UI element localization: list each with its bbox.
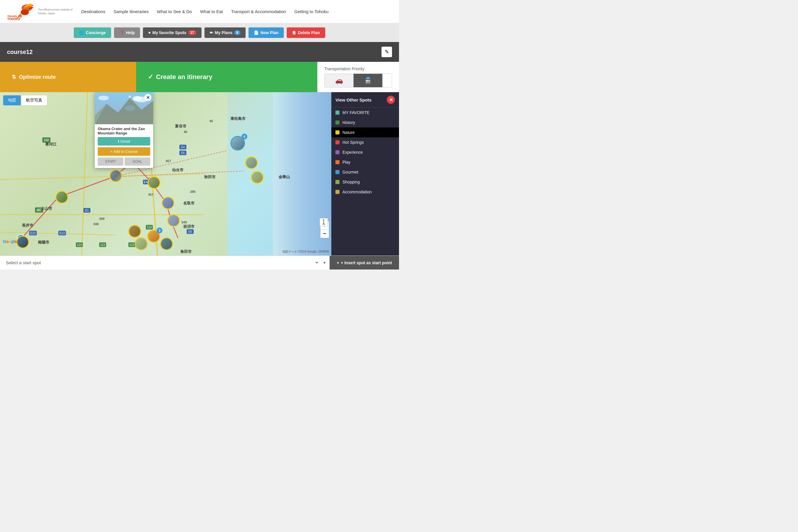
marker-5[interactable]: [160, 238, 173, 250]
favorites-button[interactable]: ♥ My favorite Spots 17: [143, 27, 201, 38]
sort-icon: ⇅: [12, 74, 16, 80]
marker-6[interactable]: [128, 225, 141, 238]
svg-point-60: [133, 96, 141, 101]
spots-panel-title-text: View Other Spots: [336, 97, 372, 102]
category-label: Accommodation: [342, 190, 372, 194]
street-view-button[interactable]: 🚶: [320, 218, 328, 226]
edit-icon: ✎: [385, 49, 389, 55]
map-type-aerial-button[interactable]: 航空写真: [21, 95, 47, 106]
nav-getting[interactable]: Getting to Tohoku: [294, 9, 328, 14]
map-copyright: 地図データ ©2019 Google, ZENRIN: [282, 250, 329, 254]
spot-popup: ✕: [95, 92, 153, 168]
category-dot: [336, 111, 340, 115]
category-dot: [336, 120, 340, 125]
file-icon: 📄: [254, 30, 259, 35]
help-button[interactable]: ❓ Help: [114, 27, 140, 38]
plans-badge: 8: [234, 30, 240, 35]
category-play[interactable]: Play: [331, 157, 399, 167]
marker-sendai-2[interactable]: [167, 214, 180, 227]
marker-cluster-6[interactable]: 6: [230, 136, 245, 151]
category-label: Nature: [342, 130, 355, 135]
optimize-route-button[interactable]: ⇅ Optimize route: [0, 62, 136, 92]
popup-scroll[interactable]: Okama Crater and the Zao Mountain Range …: [95, 124, 153, 168]
marker-coast-2[interactable]: [251, 171, 264, 184]
nav-sample-itineraries[interactable]: Sample Itineraries: [113, 9, 149, 14]
popup-add-button[interactable]: + Add to Course: [98, 147, 150, 156]
nav-eat[interactable]: What to Eat: [200, 9, 223, 14]
category-shopping[interactable]: Shopping: [331, 177, 399, 187]
cluster-badge: 3: [157, 228, 163, 233]
category-dot: [336, 160, 340, 164]
nav-links: Destinations Sample Itineraries What to …: [81, 9, 328, 14]
select-arrow-icon: ▼: [319, 261, 329, 265]
svg-point-57: [125, 105, 135, 111]
category-dot: [336, 130, 340, 134]
nav-transport[interactable]: Transport & Accommodation: [231, 9, 286, 14]
concierge-icon: 🌐: [79, 30, 84, 35]
popup-start-button[interactable]: START: [98, 157, 124, 166]
nav-destinations[interactable]: Destinations: [81, 9, 105, 14]
course-header: course12 ✎: [0, 42, 399, 62]
bottom-bar: Select a start spot ▼ + + Insert spot as…: [0, 255, 399, 269]
map-type-map-button[interactable]: 地図: [3, 95, 21, 106]
concierge-button[interactable]: 🌐 Concierge: [74, 27, 111, 38]
popup-goal-button[interactable]: GOAL: [125, 157, 150, 166]
plus-icon: +: [337, 261, 339, 265]
nav-see-do[interactable]: What to See & Do: [157, 9, 192, 14]
check-icon: ✓: [148, 73, 153, 81]
spots-panel: View Other Spots ✕ MY FAVORITE History N…: [331, 92, 399, 255]
category-nature[interactable]: Nature: [331, 128, 399, 137]
popup-close-button[interactable]: ✕: [145, 94, 151, 101]
trash-icon: 🗑: [292, 30, 296, 35]
category-label: History: [342, 120, 355, 125]
category-label: Play: [342, 160, 350, 165]
edit-course-button[interactable]: ✎: [381, 47, 392, 57]
marker-7[interactable]: [135, 238, 148, 250]
map-type-toggle: 地図 航空写真: [3, 95, 47, 106]
transport-car-button[interactable]: 🚗: [325, 74, 354, 87]
transport-label: Transportation Priority: [324, 66, 392, 71]
action-bar: ⇅ Optimize route ✓ Create an itinerary T…: [0, 62, 399, 92]
marker-sendai-1[interactable]: [162, 196, 174, 209]
marker-coast-1[interactable]: [245, 156, 258, 169]
insert-spot-button[interactable]: + + Insert spot as start point: [329, 256, 399, 269]
category-experience[interactable]: Experience: [331, 147, 399, 157]
zoom-out-button[interactable]: −: [321, 230, 329, 238]
toolbar: 🌐 Concierge ❓ Help ♥ My favorite Spots 1…: [0, 23, 399, 42]
spots-panel-close-button[interactable]: ✕: [387, 96, 395, 104]
create-itinerary-button[interactable]: ✓ Create an itinerary: [136, 62, 317, 92]
popup-title: Okama Crater and the Zao Mountain Range: [95, 124, 153, 137]
category-gourmet[interactable]: Gourmet: [331, 167, 399, 177]
category-history[interactable]: History: [331, 117, 399, 128]
category-label: MY FAVORITE: [342, 110, 369, 115]
category-dot: [336, 170, 340, 174]
category-label: Experience: [342, 150, 363, 155]
marker-2[interactable]: [109, 169, 122, 182]
google-logo: Google: [3, 239, 17, 244]
category-my-favorite[interactable]: MY FAVORITE: [331, 108, 399, 117]
transport-priority: Transportation Priority 🚗 🚆: [317, 62, 399, 92]
map-container: 112 287 113 113 113 113 E48 E6 E4 E6 E13…: [0, 92, 399, 255]
category-accommodation[interactable]: Accommodation: [331, 187, 399, 197]
svg-point-1: [21, 10, 29, 15]
my-plans-button[interactable]: ✏ My Plans 8: [205, 27, 246, 38]
course-title: course12: [7, 49, 33, 55]
category-label: Gourmet: [342, 170, 358, 174]
marker-cluster-3[interactable]: 3: [147, 230, 160, 243]
transport-train-button[interactable]: 🚆: [354, 74, 382, 87]
category-hot-springs[interactable]: Hot Springs: [331, 137, 399, 147]
popup-start-goal: START GOAL: [98, 157, 150, 166]
transport-toggle: 🚗 🚆: [324, 74, 392, 88]
heart-icon: ♥: [148, 30, 151, 35]
start-spot-select[interactable]: Select a start spot: [0, 260, 319, 265]
popup-detail-button[interactable]: ℹ Detail: [98, 137, 150, 146]
new-plan-button[interactable]: 📄 New Plan: [248, 27, 284, 38]
category-label: Shopping: [342, 180, 360, 184]
start-marker[interactable]: S: [17, 234, 25, 242]
delete-plan-button[interactable]: 🗑 Delete Plan: [287, 27, 325, 38]
marker-1[interactable]: [55, 191, 68, 204]
category-dot: [336, 190, 340, 194]
logo[interactable]: TRAVEL TO TOHOKU The official tourism we…: [6, 2, 72, 21]
favorites-badge: 17: [188, 30, 196, 35]
marker-4[interactable]: [148, 176, 160, 189]
